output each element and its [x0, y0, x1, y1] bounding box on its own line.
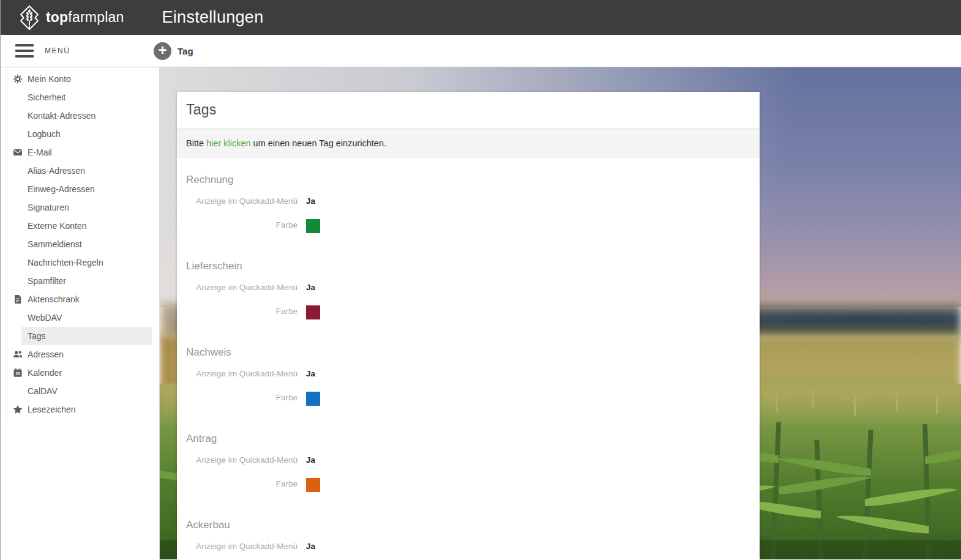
notice-suffix: um einen neuen Tag einzurichten. — [251, 138, 386, 148]
sidebar-item-aktenschrank[interactable]: Aktenschrank — [21, 290, 152, 308]
sidebar-item-einweg-adressen[interactable]: Einweg-Adressen — [21, 180, 152, 198]
sidebar-item-sammeldienst[interactable]: Sammeldienst — [21, 235, 152, 253]
tags-panel: Tags Bitte hier klicken um einen neuen T… — [177, 92, 760, 559]
envelope-icon — [13, 147, 23, 157]
sidebar-item-kalender[interactable]: 23 Kalender — [21, 364, 152, 382]
sidebar-item-externe-konten[interactable]: Externe Konten — [21, 217, 152, 235]
gear-icon — [13, 74, 23, 84]
color-swatch[interactable] — [306, 392, 320, 406]
logo[interactable]: topfarmplan — [18, 4, 124, 31]
tag-section-ackerbau: Ackerbau Anzeige im Quickadd-Menü Ja — [186, 492, 750, 552]
star-icon — [13, 405, 23, 414]
logo-text: topfarmplan — [46, 9, 124, 26]
color-swatch[interactable] — [306, 305, 320, 319]
color-row: Farbe — [186, 478, 750, 492]
color-label: Farbe — [186, 305, 297, 317]
color-swatch[interactable] — [306, 219, 320, 233]
quickadd-value: Ja — [306, 195, 315, 207]
quickadd-value: Ja — [306, 540, 315, 552]
color-label: Farbe — [186, 392, 297, 403]
quickadd-row: Anzeige im Quickadd-Menü Ja — [186, 454, 750, 466]
sidebar-item-mein-konto[interactable]: Mein Konto — [21, 70, 152, 88]
sidebar-item-kontakt-adressen[interactable]: Kontakt-Adressen — [21, 106, 152, 125]
color-row: Farbe — [186, 305, 750, 319]
quickadd-row: Anzeige im Quickadd-Menü Ja — [186, 195, 750, 207]
quickadd-row: Anzeige im Quickadd-Menü Ja — [186, 368, 750, 379]
toolbar: MENÜ + Tag — [1, 35, 961, 67]
tag-section-nachweis: Nachweis Anzeige im Quickadd-Menü Ja Far… — [186, 319, 750, 406]
color-label: Farbe — [186, 478, 297, 490]
sidebar-item-lesezeichen[interactable]: Lesezeichen — [21, 400, 152, 419]
quickadd-row: Anzeige im Quickadd-Menü Ja — [186, 282, 750, 293]
notice-bar: Bitte hier klicken um einen neuen Tag ei… — [177, 129, 760, 158]
app-window: topfarmplan Einstellungen MENÜ + Tag Mei… — [0, 0, 961, 560]
color-row: Farbe — [186, 392, 750, 406]
sidebar-item-sicherheit[interactable]: Sicherheit — [21, 88, 152, 106]
panel-title: Tags — [186, 102, 750, 118]
quickadd-label: Anzeige im Quickadd-Menü — [186, 454, 297, 466]
color-swatch[interactable] — [306, 478, 320, 492]
tag-name: Ackerbau — [186, 519, 750, 531]
sidebar: Mein Konto Sicherheit Kontakt-Adressen L… — [1, 67, 160, 559]
users-icon — [13, 349, 23, 359]
hamburger-icon — [15, 44, 34, 58]
menu-label: MENÜ — [45, 47, 70, 55]
wheat-logo-icon — [18, 4, 41, 31]
quickadd-label: Anzeige im Quickadd-Menü — [186, 282, 297, 293]
app-header: topfarmplan Einstellungen — [1, 0, 961, 35]
tag-name: Nachweis — [186, 346, 750, 359]
add-tag-button[interactable]: + Tag — [154, 42, 193, 60]
tag-list: Rechnung Anzeige im Quickadd-Menü Ja Far… — [177, 158, 760, 559]
main-area: Tags Bitte hier klicken um einen neuen T… — [160, 67, 961, 559]
sidebar-item-nachrichten-regeln[interactable]: Nachrichten-Regeln — [21, 253, 152, 272]
plus-icon: + — [154, 42, 171, 60]
sidebar-item-logbuch[interactable]: Logbuch — [21, 125, 152, 143]
sidebar-item-spamfilter[interactable]: Spamfilter — [21, 272, 152, 290]
quickadd-value: Ja — [306, 282, 315, 293]
add-tag-label: Tag — [178, 46, 193, 56]
quickadd-value: Ja — [306, 454, 315, 466]
quickadd-row: Anzeige im Quickadd-Menü Ja — [186, 540, 750, 552]
tag-section-antrag: Antrag Anzeige im Quickadd-Menü Ja Farbe — [186, 406, 750, 492]
tag-name: Antrag — [186, 433, 750, 445]
sidebar-item-caldav[interactable]: CalDAV — [21, 382, 152, 400]
quickadd-value: Ja — [306, 368, 315, 379]
tag-section-rechnung: Rechnung Anzeige im Quickadd-Menü Ja Far… — [186, 158, 750, 233]
page-title: Einstellungen — [162, 8, 263, 27]
menu-toggle-button[interactable]: MENÜ — [1, 44, 145, 58]
create-tag-link[interactable]: hier klicken — [206, 138, 251, 148]
notice-prefix: Bitte — [186, 138, 206, 148]
panel-header: Tags — [177, 92, 760, 129]
tag-name: Lieferschein — [186, 260, 750, 272]
tag-name: Rechnung — [186, 174, 750, 186]
color-label: Farbe — [186, 219, 297, 231]
sidebar-item-adressen[interactable]: Adressen — [21, 345, 152, 364]
quickadd-label: Anzeige im Quickadd-Menü — [186, 195, 297, 207]
sidebar-item-signaturen[interactable]: Signaturen — [21, 198, 152, 217]
sidebar-item-alias-adressen[interactable]: Alias-Adressen — [21, 162, 152, 180]
sidebar-item-e-mail[interactable]: E-Mail — [21, 143, 152, 162]
sidebar-menu: Mein Konto Sicherheit Kontakt-Adressen L… — [7, 67, 159, 422]
quickadd-label: Anzeige im Quickadd-Menü — [186, 540, 297, 552]
file-icon — [13, 294, 23, 304]
tag-section-lieferschein: Lieferschein Anzeige im Quickadd-Menü Ja… — [186, 233, 750, 319]
calendar-icon: 23 — [13, 368, 23, 378]
quickadd-label: Anzeige im Quickadd-Menü — [186, 368, 297, 379]
sidebar-item-tags[interactable]: Tags — [21, 327, 152, 345]
svg-text:23: 23 — [15, 371, 20, 376]
color-row: Farbe — [186, 219, 750, 233]
sidebar-item-webdav[interactable]: WebDAV — [21, 308, 152, 327]
